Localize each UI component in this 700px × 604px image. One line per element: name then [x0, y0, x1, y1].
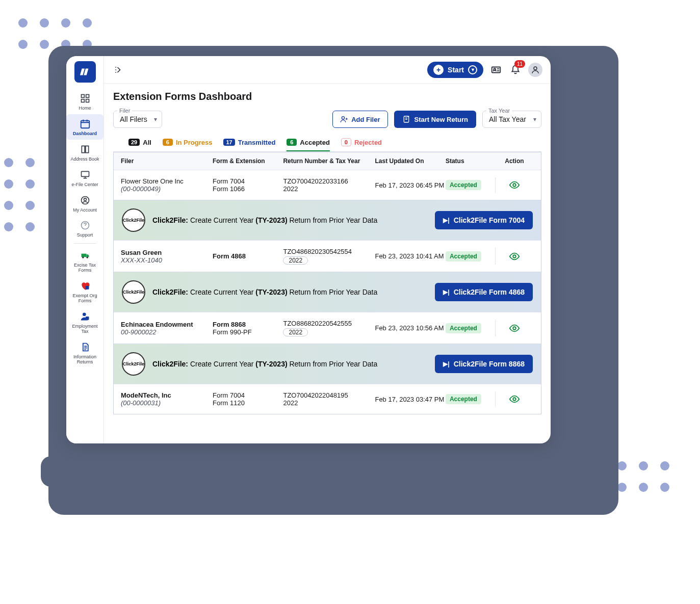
id-card-icon[interactable]	[489, 63, 503, 76]
profile-avatar[interactable]	[528, 63, 542, 77]
main-area: + Start ▾ 11 Extension Forms Dashboard F…	[104, 56, 551, 443]
sidebar-item-dashboard[interactable]: Dashboard	[66, 114, 103, 140]
sidebar-item-efile-center[interactable]: e-File Center	[66, 165, 103, 191]
cell-action	[495, 391, 534, 407]
click2file-button[interactable]: ▶|Click2File Form 7004	[435, 211, 533, 229]
start-new-label: Start New Return	[414, 116, 468, 123]
svg-point-21	[513, 255, 516, 258]
view-icon[interactable]	[509, 393, 520, 405]
cell-return: TZO4868202305425542022	[283, 248, 375, 265]
cell-form: Form 8868Form 990-PF	[213, 321, 283, 336]
user-plus-icon	[340, 115, 348, 123]
sidebar-item-label: Information Returns	[68, 355, 101, 365]
cell-updated: Feb 23, 2023 10:41 AM	[375, 252, 445, 260]
sidebar-item-address-book[interactable]: Address Book	[66, 140, 103, 165]
tab-transmitted[interactable]: 17Transmitted	[223, 138, 275, 151]
svg-rect-9	[81, 254, 86, 257]
notification-badge: 11	[514, 60, 525, 68]
content: Extension Forms Dashboard Filer All File…	[104, 84, 551, 414]
frame-shadow-bar	[41, 456, 613, 487]
tab-accepted[interactable]: 6Accepted	[287, 138, 330, 151]
controls-row: Filer All Filers Add Filer Start New Ret…	[113, 108, 541, 128]
svg-rect-14	[85, 317, 89, 320]
person-icon	[79, 310, 92, 323]
svg-point-11	[86, 257, 88, 258]
col-filer: Filer	[121, 157, 213, 165]
table-row: Susan GreenXXX-XX-1040 Form 4868 TZO4868…	[114, 240, 541, 272]
table-row: Echinacea Endowment00-9000022 Form 8868F…	[114, 312, 541, 344]
sidebar-item-label: Support	[77, 233, 93, 238]
svg-rect-2	[81, 99, 84, 102]
play-icon: ▶|	[443, 217, 449, 224]
click2file-button[interactable]: ▶|Click2File Form 4868	[435, 283, 533, 301]
cell-action	[495, 320, 534, 336]
svg-point-17	[534, 67, 537, 70]
sidebar: Home Dashboard Address Book e-File Cente…	[66, 56, 104, 443]
help-circle-icon	[79, 219, 92, 232]
view-icon[interactable]	[509, 179, 520, 191]
sidebar-item-label: Home	[79, 106, 91, 111]
tab-inprogress[interactable]: 6In Progress	[163, 138, 213, 151]
click2file-seal-icon: Click2File	[122, 208, 145, 232]
returns-table: Filer Form & Extension Return Number & T…	[113, 152, 541, 414]
sidebar-item-excise-tax[interactable]: Excise Tax Forms	[66, 246, 103, 276]
sidebar-item-exempt-org[interactable]: Exempt Org Forms	[66, 276, 103, 307]
start-button[interactable]: + Start ▾	[427, 62, 483, 78]
sidebar-item-support[interactable]: Support	[66, 216, 103, 241]
svg-rect-1	[86, 95, 89, 98]
sidebar-item-label: Exempt Org Forms	[68, 294, 101, 304]
sidebar-item-information-returns[interactable]: Information Returns	[66, 337, 103, 368]
cell-status: Accepted	[446, 251, 495, 261]
start-new-return-button[interactable]: Start New Return	[394, 111, 476, 128]
play-icon: ▶|	[443, 288, 449, 296]
cell-updated: Feb 17, 2023 03:47 PM	[375, 396, 445, 403]
sidebar-item-label: Employment Tax	[68, 324, 101, 334]
click2file-seal-icon: Click2File	[122, 352, 145, 376]
view-icon[interactable]	[509, 323, 520, 334]
table-row: Flower Store One Inc(00-0000049) Form 70…	[114, 170, 541, 200]
table-row: ModeNTech, Inc(00-0000031) Form 7004Form…	[114, 384, 541, 414]
tab-all[interactable]: 29All	[128, 138, 151, 151]
svg-rect-5	[81, 171, 89, 176]
monitor-icon	[79, 168, 92, 181]
tab-rejected[interactable]: 0Rejected	[341, 138, 382, 151]
svg-rect-15	[492, 67, 501, 72]
app-logo[interactable]	[74, 61, 96, 83]
sidebar-item-my-account[interactable]: My Account	[66, 191, 103, 216]
collapse-sidebar-icon[interactable]	[112, 63, 125, 76]
app-frame: Home Dashboard Address Book e-File Cente…	[66, 56, 551, 443]
click2file-seal-icon: Click2File	[122, 280, 145, 304]
svg-rect-4	[81, 120, 89, 128]
cell-return: TZO8868202205425552022	[283, 320, 375, 336]
svg-point-23	[513, 398, 516, 401]
filer-label: Filer	[117, 108, 132, 114]
click2file-button[interactable]: ▶|Click2File Form 8868	[435, 355, 533, 373]
sidebar-item-label: Address Book	[70, 157, 99, 162]
col-form: Form & Extension	[213, 157, 283, 165]
filer-field: Filer All Filers	[113, 108, 162, 128]
cell-filer: ModeNTech, Inc(00-0000031)	[121, 391, 213, 407]
table-header: Filer Form & Extension Return Number & T…	[114, 152, 541, 170]
cell-filer: Flower Store One Inc(00-0000049)	[121, 177, 213, 193]
svg-point-13	[83, 312, 86, 316]
calendar-icon	[79, 117, 92, 130]
taxyear-field: Tax Year All Tax Year	[482, 108, 541, 128]
cell-filer: Echinacea Endowment00-9000022	[121, 321, 213, 336]
cell-form: Form 4868	[213, 252, 283, 260]
add-filer-label: Add Filer	[351, 116, 380, 123]
sidebar-item-label: Excise Tax Forms	[68, 263, 101, 273]
decorative-dots	[4, 158, 35, 231]
sidebar-item-employment-tax[interactable]: Employment Tax	[66, 307, 103, 337]
view-icon[interactable]	[509, 251, 520, 262]
svg-point-20	[513, 183, 516, 187]
cell-form: Form 7004Form 1120	[213, 391, 283, 407]
notifications-icon[interactable]: 11	[509, 63, 522, 76]
click2file-banner: Click2File Click2File: Create Current Ye…	[114, 344, 541, 384]
cell-updated: Feb 17, 2023 06:45 PM	[375, 181, 445, 189]
sidebar-item-home[interactable]: Home	[66, 89, 103, 114]
click2file-banner: Click2File Click2File: Create Current Ye…	[114, 200, 541, 240]
cell-filer: Susan GreenXXX-XX-1040	[121, 249, 213, 264]
cell-action	[495, 248, 534, 265]
add-filer-button[interactable]: Add Filer	[332, 111, 387, 128]
click2file-banner: Click2File Click2File: Create Current Ye…	[114, 272, 541, 312]
